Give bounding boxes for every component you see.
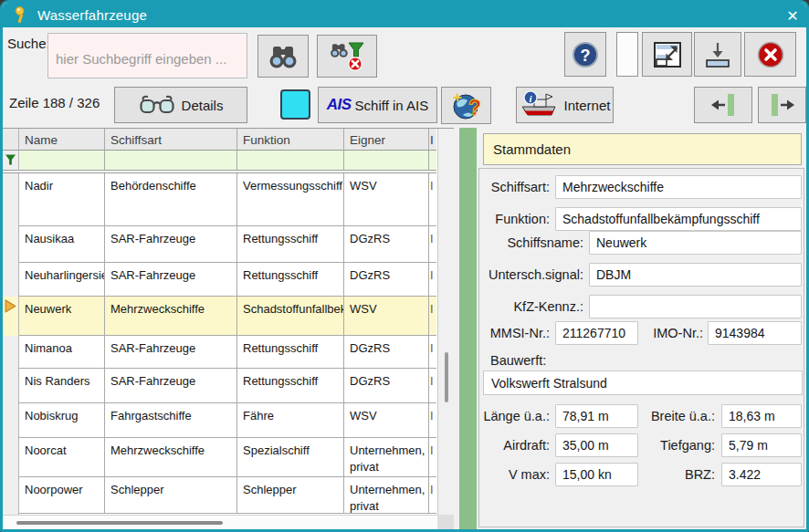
filter-cell[interactable] [19, 151, 105, 171]
untersch-signal-field[interactable] [589, 263, 802, 287]
titlebar-close-button[interactable]: ✕ [781, 5, 804, 26]
search-button[interactable] [257, 35, 309, 78]
cell-schiffsart[interactable]: SAR-Fahrzeuge [105, 369, 237, 403]
kfz-kennz-field[interactable] [589, 295, 802, 318]
vmax-field[interactable] [555, 463, 638, 486]
details-button[interactable]: Details [114, 87, 247, 123]
cell-funktion[interactable]: Rettungsschiff [237, 336, 344, 369]
svg-text:?: ? [581, 46, 591, 64]
breite-field[interactable] [721, 404, 802, 428]
cell-funktion[interactable]: Rettungsschiff [237, 369, 344, 403]
brz-field[interactable] [721, 463, 802, 486]
table-row[interactable]: Nadir Behördenschiffe Vermessungsschiff … [3, 173, 436, 226]
cell-funktion[interactable]: Schadstoffunfallbek [237, 297, 344, 336]
tiefgang-field[interactable] [721, 433, 802, 457]
cell-schiffsart[interactable]: SAR-Fahrzeuge [105, 263, 237, 297]
filter-cell[interactable] [344, 151, 429, 171]
airdraft-field[interactable] [555, 433, 638, 457]
filter-cell[interactable] [105, 151, 237, 171]
table-row[interactable]: Nis Randers SAR-Fahrzeuge Rettungsschiff… [3, 369, 436, 403]
cell-eigner[interactable]: WSV [344, 173, 429, 226]
schiffsart-field[interactable] [555, 175, 802, 199]
funktion-field[interactable] [555, 207, 802, 231]
cell-name[interactable]: Nadir [19, 173, 105, 226]
help-button[interactable]: ? [564, 32, 606, 77]
cell-name[interactable]: Nimanoa [19, 336, 105, 369]
cell-funktion[interactable]: Fähre [237, 403, 344, 438]
ais-button[interactable]: AIS Schiff in AIS [318, 87, 437, 123]
cell-eigner[interactable]: Unternehmen, privat [344, 477, 429, 514]
cell-truncated: I [429, 403, 436, 438]
cell-funktion[interactable]: Vermessungsschiff [237, 173, 344, 226]
cell-schiffsart[interactable]: Fahrgastschiffe [105, 403, 237, 438]
cell-truncated: I [429, 226, 436, 263]
blank-button[interactable] [616, 32, 638, 77]
app-icon [12, 5, 29, 25]
column-header-schiffsart[interactable]: Schiffsart [105, 129, 237, 151]
cell-name[interactable]: Nobiskrug [19, 403, 105, 438]
filter-row[interactable] [3, 151, 436, 171]
cell-eigner[interactable]: DGzRS [344, 336, 429, 369]
cell-funktion[interactable]: Rettungsschiff [237, 263, 344, 297]
color-indicator[interactable] [280, 89, 310, 120]
laenge-label: Länge ü.a.: [472, 409, 550, 423]
table-row[interactable]: Noorpower Schlepper Schlepper Unternehme… [3, 477, 436, 514]
table-row[interactable]: Noorcat Mehrzweckschiffe Spezialschiff U… [3, 438, 436, 477]
column-header-funktion[interactable]: Funktion [237, 129, 344, 151]
schiffsname-field[interactable] [589, 231, 802, 255]
laenge-field[interactable] [555, 404, 638, 428]
schiffsart-label: Schiffsart: [468, 180, 550, 194]
column-header-eigner[interactable]: Eigner [344, 129, 429, 151]
horizontal-scrollbar-thumb[interactable] [16, 521, 223, 525]
cell-funktion[interactable]: Spezialschiff [237, 438, 344, 477]
cell-schiffsart[interactable]: Behördenschiffe [105, 173, 237, 226]
vertical-scrollbar-thumb[interactable] [445, 352, 448, 402]
globe-search-button[interactable]: + ? [441, 87, 491, 124]
cell-schiffsart[interactable]: SAR-Fahrzeuge [105, 226, 237, 263]
cell-name[interactable]: Noorpower [19, 477, 105, 514]
bauwerft-field[interactable]: Volkswerft Stralsund [483, 370, 803, 395]
close-app-button[interactable] [744, 32, 796, 77]
internet-button[interactable]: i Internet [516, 87, 614, 123]
cell-funktion[interactable]: Schlepper [237, 477, 344, 514]
cell-funktion[interactable]: Rettungsschiff [237, 226, 344, 263]
table-body: Nadir Behördenschiffe Vermessungsschiff … [3, 173, 436, 514]
table-row[interactable]: Neuharlingersie SAR-Fahrzeuge Rettungssc… [3, 263, 436, 297]
table-row[interactable]: Nobiskrug Fahrgastschiffe Fähre WSV I [3, 403, 436, 438]
cell-name[interactable]: Neuwerk [19, 297, 105, 336]
cell-eigner[interactable]: Unternehmen, privat [344, 438, 429, 477]
imo-field[interactable] [708, 321, 802, 345]
table-row[interactable]: Neuwerk Mehrzweckschiffe Schadstoffunfal… [3, 297, 436, 336]
cell-eigner[interactable]: DGzRS [344, 369, 429, 403]
resize-window-button[interactable] [642, 32, 692, 77]
filter-cell[interactable] [237, 151, 344, 171]
column-header-name[interactable]: Name [19, 129, 105, 151]
dock-bottom-icon [703, 40, 732, 69]
table-vertical-scrollbar[interactable] [437, 129, 454, 515]
close-icon [755, 39, 786, 70]
search-input[interactable] [47, 33, 247, 78]
title-bar: Wasserfahrzeuge [2, 2, 807, 27]
cell-schiffsart[interactable]: Mehrzweckschiffe [105, 438, 237, 477]
bar-arrow-right-icon [768, 92, 797, 118]
next-record-button[interactable] [758, 87, 806, 123]
minimize-to-bottom-button[interactable] [694, 32, 741, 77]
cell-schiffsart[interactable]: Mehrzweckschiffe [105, 297, 237, 336]
table-row[interactable]: Nimanoa SAR-Fahrzeuge Rettungsschiff DGz… [3, 336, 436, 369]
cell-eigner[interactable]: WSV [344, 403, 429, 438]
cell-name[interactable]: Nis Randers [19, 369, 105, 403]
cell-schiffsart[interactable]: Schlepper [105, 477, 237, 514]
mmsi-field[interactable] [555, 321, 638, 345]
previous-record-button[interactable] [694, 87, 752, 123]
table-row[interactable]: Nausikaa SAR-Fahrzeuge Rettungsschiff DG… [3, 226, 436, 263]
clear-search-button[interactable] [317, 35, 377, 78]
kfz-kennz-label: KfZ-Kennz.: [486, 299, 583, 314]
table-horizontal-scrollbar[interactable] [3, 515, 437, 529]
cell-eigner[interactable]: DGzRS [344, 263, 429, 297]
cell-name[interactable]: Noorcat [19, 438, 105, 477]
cell-name[interactable]: Neuharlingersie [19, 263, 105, 297]
cell-name[interactable]: Nausikaa [19, 226, 105, 263]
cell-eigner[interactable]: DGzRS [344, 226, 429, 263]
cell-schiffsart[interactable]: SAR-Fahrzeuge [105, 336, 237, 369]
cell-eigner[interactable]: WSV [344, 297, 429, 336]
